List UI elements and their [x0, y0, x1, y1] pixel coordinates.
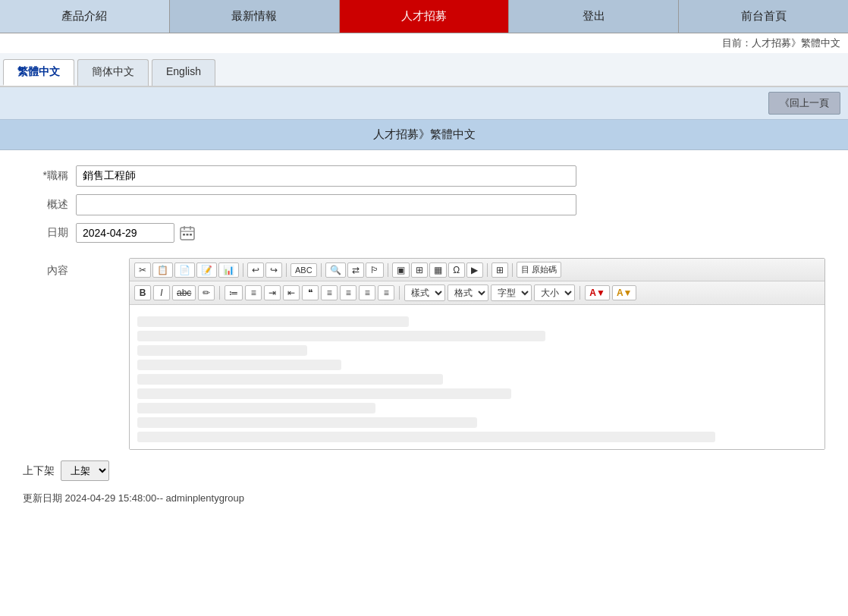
tb-sep8 [399, 286, 400, 300]
form-area: *職稱 概述 日期 [0, 150, 848, 258]
nav-recruitment[interactable]: 人才招募 [340, 0, 510, 33]
tb-highlight[interactable]: ✏ [198, 285, 215, 300]
tb-sep2 [286, 263, 287, 277]
svg-rect-6 [190, 234, 192, 236]
tb-sep7 [219, 286, 220, 300]
update-info: 更新日期 2024-04-29 15:48:00-- adminplentygr… [23, 492, 825, 505]
editor-container: ✂ 📋 📄 📝 📊 ↩ ↪ ABC 🔍 ⇄ 🏳 ▣ ⊞ ▦ Ω ▶ [76, 258, 825, 450]
tb-sep3 [321, 263, 322, 277]
tb-size-select[interactable]: 大小 [534, 284, 575, 301]
tb-paste[interactable]: 📄 [174, 262, 195, 278]
tb-ol[interactable]: ≔ [225, 285, 243, 300]
editor-body[interactable] [130, 305, 824, 449]
tb-sep9 [579, 286, 580, 300]
date-input[interactable] [76, 223, 174, 243]
tb-media[interactable]: ▶ [466, 262, 483, 278]
tab-en[interactable]: English [152, 59, 215, 86]
tb-copy[interactable]: 📋 [152, 262, 173, 278]
tb-indent[interactable]: ⇥ [264, 285, 281, 300]
section-title: 人才招募》繁體中文 [0, 120, 848, 150]
tb-strike[interactable]: abc [172, 285, 196, 300]
tb-search[interactable]: 🔍 [325, 262, 346, 278]
rich-text-editor: ✂ 📋 📄 📝 📊 ↩ ↪ ABC 🔍 ⇄ 🏳 ▣ ⊞ ▦ Ω ▶ [129, 258, 825, 450]
tb-img[interactable]: ▣ [392, 262, 410, 278]
tb-align-right[interactable]: ≡ [359, 285, 375, 300]
tb-sep4 [388, 263, 388, 277]
date-label: 日期 [23, 226, 76, 240]
editor-content-line [137, 360, 341, 370]
status-label: 上下架 [23, 464, 55, 478]
svg-rect-4 [183, 234, 185, 236]
tb-bold[interactable]: B [134, 285, 151, 300]
status-select[interactable]: 上架 下架 [61, 460, 109, 481]
title-input[interactable] [76, 165, 576, 187]
title-row: *職稱 [23, 165, 825, 187]
calendar-icon[interactable] [179, 225, 196, 241]
tb-ul[interactable]: ≡ [245, 285, 262, 300]
tb-template[interactable]: ⊞ [492, 262, 508, 278]
tb-source[interactable]: 目 原始碼 [517, 262, 561, 278]
tb-outdent[interactable]: ⇤ [283, 285, 300, 300]
content-label: 內容 [23, 258, 76, 278]
title-label: *職稱 [23, 169, 76, 183]
editor-toolbar-2: B I abc ✏ ≔ ≡ ⇥ ⇤ ❝ ≡ ≡ ≡ ≡ 樣式 格式 [130, 281, 824, 305]
back-area: 《回上一頁 [0, 87, 848, 120]
tb-sep6 [512, 263, 513, 277]
nav-products[interactable]: 產品介紹 [0, 0, 170, 33]
editor-content-line [137, 331, 545, 341]
breadcrumb: 目前：人才招募》繁體中文 [0, 33, 848, 53]
tb-justify[interactable]: ≡ [378, 285, 394, 300]
tb-spellcheck[interactable]: ABC [291, 263, 317, 277]
tb-paste-word[interactable]: 📊 [218, 262, 239, 278]
tab-zh-cn[interactable]: 簡体中文 [77, 59, 149, 86]
content-row: 內容 ✂ 📋 📄 📝 📊 ↩ ↪ ABC 🔍 ⇄ 🏳 ▣ ⊞ [23, 258, 825, 450]
tb-undo[interactable]: ↩ [247, 262, 264, 278]
nav-logout[interactable]: 登出 [509, 0, 679, 33]
editor-toolbar-1: ✂ 📋 📄 📝 📊 ↩ ↪ ABC 🔍 ⇄ 🏳 ▣ ⊞ ▦ Ω ▶ [130, 259, 824, 281]
tb-font-color[interactable]: A▼ [585, 285, 610, 300]
desc-label: 概述 [23, 198, 76, 212]
desc-row: 概述 [23, 194, 825, 215]
tb-sep5 [487, 263, 488, 277]
tb-align-left[interactable]: ≡ [321, 285, 338, 300]
editor-content-line [137, 403, 375, 413]
tb-cut[interactable]: ✂ [134, 262, 151, 278]
desc-input[interactable] [76, 194, 576, 215]
editor-content-line [137, 345, 307, 356]
editor-content-line [137, 388, 511, 399]
tb-paste-text[interactable]: 📝 [196, 262, 217, 278]
tb-table[interactable]: ⊞ [411, 262, 428, 278]
svg-rect-5 [187, 234, 189, 236]
editor-content-line [137, 316, 409, 327]
editor-content-line [137, 417, 477, 428]
tb-format-select[interactable]: 格式 [448, 284, 488, 301]
back-button[interactable]: 《回上一頁 [768, 92, 840, 115]
nav-news[interactable]: 最新情報 [170, 0, 340, 33]
editor-content-line [137, 432, 715, 442]
tb-blockquote[interactable]: ❝ [302, 285, 319, 300]
nav-home[interactable]: 前台首頁 [679, 0, 848, 33]
tb-style-select[interactable]: 樣式 [404, 284, 445, 301]
tb-special[interactable]: Ω [448, 262, 465, 278]
status-row: 上下架 上架 下架 [23, 460, 825, 481]
tb-sep1 [243, 263, 243, 277]
tb-table2[interactable]: ▦ [429, 262, 447, 278]
tb-align-center[interactable]: ≡ [340, 285, 356, 300]
lang-tabs: 繁體中文 簡体中文 English [0, 53, 848, 87]
tb-font-select[interactable]: 字型 [491, 284, 532, 301]
top-nav: 產品介紹 最新情報 人才招募 登出 前台首頁 [0, 0, 848, 33]
date-row: 日期 [23, 223, 825, 243]
tb-redo[interactable]: ↪ [265, 262, 282, 278]
tb-replace[interactable]: ⇄ [347, 262, 364, 278]
tab-zh-tw[interactable]: 繁體中文 [3, 59, 74, 86]
editor-content-line [137, 374, 443, 385]
tb-flag[interactable]: 🏳 [366, 262, 384, 278]
tb-bg-color[interactable]: A▼ [612, 285, 637, 300]
tb-italic[interactable]: I [153, 285, 170, 300]
